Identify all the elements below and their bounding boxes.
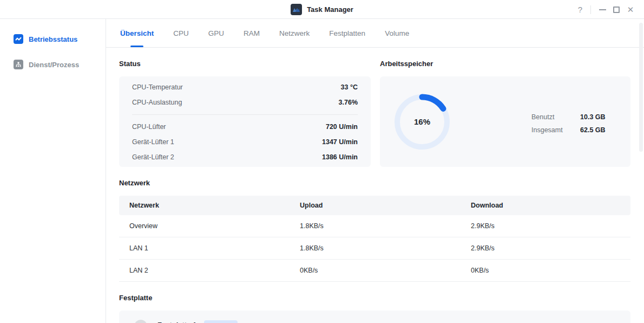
status-row-cpu-fan: CPU-Lüfter 720 U/min [132,119,358,134]
stat-value: 1347 U/min [322,138,358,146]
memory-total-row: Insgesamt 62.5 GB [531,124,606,137]
stat-label: Gerät-Lüfter 1 [132,138,174,146]
stat-label: Insgesamt [531,124,580,137]
network-table: Netzwerk Upload Download Overview 1.8KB/… [119,196,630,282]
cell-download: 2.9KB/s [471,244,630,252]
minimize-icon[interactable] [595,0,609,19]
memory-heading: Arbeitsspeicher [380,60,630,68]
disk-status-badge: Normal [204,320,237,323]
title-group: Task Manager [0,0,644,19]
tab-cpu[interactable]: CPU [173,19,189,47]
stat-value: 33 °C [341,83,358,91]
tab-bar: Übersicht CPU GPU RAM Netzwerk Festplatt… [106,19,644,48]
titlebar: Task Manager ? ✕ [0,0,644,19]
status-row-device-fan-1: Gerät-Lüfter 1 1347 U/min [132,134,358,150]
stat-value: 10.3 GB [580,111,606,124]
stat-label: CPU-Temperatur [132,83,183,91]
memory-card: 16% Benutzt 10.3 GB Insgesamt 62.5 GB [380,76,630,167]
tab-ram[interactable]: RAM [244,19,260,47]
stat-value: 720 U/min [326,123,358,131]
cell-upload: 1.8KB/s [300,222,471,230]
sidebar-item-dienst-prozess[interactable]: Dienst/Prozess [0,59,106,70]
task-manager-app-icon [291,4,302,15]
sidebar: Betriebsstatus Dienst/Prozess [0,19,106,323]
status-card: CPU-Temperatur 33 °C CPU-Auslastung 3.76… [119,76,371,167]
status-row-cpu-usage: CPU-Auslastung 3.76% [132,95,358,110]
table-row: LAN 1 1.8KB/s 2.9KB/s [119,237,630,260]
table-row: Overview 1.8KB/s 2.9KB/s [119,215,630,237]
stat-label: Benutzt [531,111,580,124]
maximize-icon[interactable] [609,0,623,19]
main-panel: Übersicht CPU GPU RAM Netzwerk Festplatt… [106,19,644,323]
close-icon[interactable]: ✕ [623,0,638,19]
memory-stats: Benutzt 10.3 GB Insgesamt 62.5 GB [531,111,606,137]
disk-card: Festplatte 1 Normal [119,311,630,323]
status-row-cpu-temp: CPU-Temperatur 33 °C [132,80,358,95]
stat-label: CPU-Lüfter [132,123,166,131]
cell-interface: LAN 2 [129,267,300,274]
disk-icon [134,320,147,323]
stat-value: 62.5 GB [580,124,606,137]
stat-label: Gerät-Lüfter 2 [132,153,174,161]
cell-upload: 1.8KB/s [300,244,471,252]
sidebar-item-label: Betriebsstatus [29,35,77,43]
network-table-header: Netzwerk Upload Download [119,196,630,215]
tab-netzwerk[interactable]: Netzwerk [279,19,310,47]
scrollbar-thumb[interactable] [639,23,643,152]
cell-interface: LAN 1 [129,244,300,252]
controls-divider [590,5,591,14]
tab-volume[interactable]: Volume [385,19,409,47]
column-header: Upload [300,202,471,209]
sidebar-item-betriebsstatus[interactable]: Betriebsstatus [0,33,106,45]
stat-value: 1386 U/min [322,153,358,161]
tab-festplatten[interactable]: Festplatten [329,19,365,47]
tab-gpu[interactable]: GPU [208,19,224,47]
cell-download: 0KB/s [471,267,630,274]
pulse-chart-icon [14,34,23,44]
window-controls: ? ✕ [573,0,638,19]
stat-value: 3.76% [339,99,358,106]
stat-label: CPU-Auslastung [132,99,182,106]
disk-heading: Festplatte [119,294,630,302]
memory-percent-label: 16% [394,94,450,150]
column-header: Download [471,202,630,209]
overview-content: Status CPU-Temperatur 33 °C CPU-Auslastu… [106,48,644,323]
status-divider [132,114,358,115]
cell-upload: 0KB/s [300,267,471,274]
column-header: Netzwerk [129,202,300,209]
window-title: Task Manager [307,5,353,14]
status-heading: Status [119,60,371,68]
sidebar-item-label: Dienst/Prozess [29,61,79,69]
memory-donut-chart: 16% [394,94,450,150]
status-row-device-fan-2: Gerät-Lüfter 2 1386 U/min [132,150,358,165]
tab-uebersicht[interactable]: Übersicht [120,19,154,47]
network-heading: Netzwerk [119,179,630,187]
table-row: LAN 2 0KB/s 0KB/s [119,260,630,282]
cell-interface: Overview [129,222,300,230]
help-icon[interactable]: ? [573,0,587,19]
sitemap-icon [14,60,23,69]
memory-used-row: Benutzt 10.3 GB [531,111,606,124]
disk-name: Festplatte 1 [157,321,196,323]
cell-download: 2.9KB/s [471,222,630,230]
